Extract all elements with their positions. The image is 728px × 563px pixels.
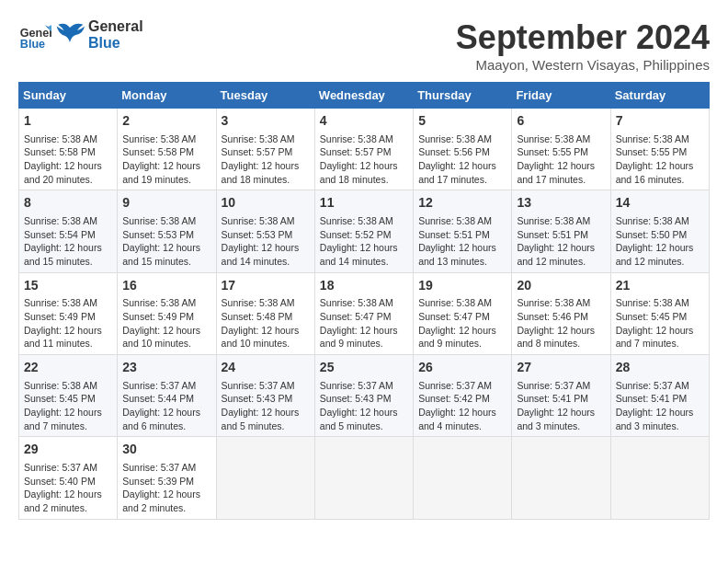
daylight-text: Daylight: 12 hours and 5 minutes.	[320, 407, 398, 431]
sunrise-text: Sunrise: 5:38 AM	[320, 297, 393, 308]
calendar-week-2: 8Sunrise: 5:38 AMSunset: 5:54 PMDaylight…	[19, 190, 710, 272]
column-header-monday: Monday	[118, 83, 216, 109]
calendar-day-27: 27Sunrise: 5:37 AMSunset: 5:41 PMDayligh…	[512, 355, 610, 437]
day-number: 1	[24, 112, 112, 131]
calendar-week-5: 29Sunrise: 5:37 AMSunset: 5:40 PMDayligh…	[19, 437, 710, 519]
day-number: 7	[616, 112, 704, 131]
daylight-text: Daylight: 12 hours and 12 minutes.	[616, 242, 694, 267]
daylight-text: Daylight: 12 hours and 11 minutes.	[24, 325, 102, 350]
sunset-text: Sunset: 5:58 PM	[122, 146, 194, 157]
sunrise-text: Sunrise: 5:38 AM	[222, 215, 295, 226]
sunrise-text: Sunrise: 5:37 AM	[24, 462, 97, 473]
calendar-day-14: 14Sunrise: 5:38 AMSunset: 5:50 PMDayligh…	[610, 190, 709, 272]
sunrise-text: Sunrise: 5:38 AM	[616, 215, 689, 226]
calendar-day-28: 28Sunrise: 5:37 AMSunset: 5:41 PMDayligh…	[610, 355, 709, 437]
sunset-text: Sunset: 5:57 PM	[222, 146, 293, 157]
calendar-day-25: 25Sunrise: 5:37 AMSunset: 5:43 PMDayligh…	[314, 355, 413, 437]
sunset-text: Sunset: 5:52 PM	[320, 229, 392, 240]
page-header: General Blue General Blue September 2024…	[18, 18, 710, 73]
sunset-text: Sunset: 5:45 PM	[24, 393, 96, 404]
empty-cell	[314, 437, 413, 519]
day-number: 13	[517, 194, 605, 213]
sunset-text: Sunset: 5:44 PM	[122, 393, 194, 404]
sunrise-text: Sunrise: 5:38 AM	[616, 297, 689, 308]
calendar-day-16: 16Sunrise: 5:38 AMSunset: 5:49 PMDayligh…	[118, 272, 216, 354]
sunrise-text: Sunrise: 5:38 AM	[24, 297, 97, 308]
calendar-day-22: 22Sunrise: 5:38 AMSunset: 5:45 PMDayligh…	[19, 355, 118, 437]
calendar-day-12: 12Sunrise: 5:38 AMSunset: 5:51 PMDayligh…	[414, 190, 512, 272]
calendar-day-10: 10Sunrise: 5:38 AMSunset: 5:53 PMDayligh…	[216, 190, 314, 272]
sunset-text: Sunset: 5:49 PM	[122, 311, 194, 322]
calendar-day-29: 29Sunrise: 5:37 AMSunset: 5:40 PMDayligh…	[19, 437, 118, 519]
sunset-text: Sunset: 5:57 PM	[320, 146, 392, 157]
logo: General Blue General Blue	[18, 18, 143, 52]
sunset-text: Sunset: 5:47 PM	[320, 311, 392, 322]
sunrise-text: Sunrise: 5:38 AM	[24, 380, 97, 391]
day-number: 19	[418, 277, 506, 295]
sunset-text: Sunset: 5:43 PM	[320, 393, 392, 404]
empty-cell	[610, 437, 709, 519]
sunrise-text: Sunrise: 5:38 AM	[24, 215, 97, 226]
daylight-text: Daylight: 12 hours and 2 minutes.	[24, 488, 102, 513]
daylight-text: Daylight: 12 hours and 5 minutes.	[222, 407, 300, 431]
column-header-wednesday: Wednesday	[314, 83, 413, 109]
daylight-text: Daylight: 12 hours and 17 minutes.	[418, 160, 496, 185]
day-number: 15	[24, 277, 112, 295]
day-number: 24	[222, 359, 310, 377]
calendar-day-23: 23Sunrise: 5:37 AMSunset: 5:44 PMDayligh…	[118, 355, 216, 437]
calendar-day-26: 26Sunrise: 5:37 AMSunset: 5:42 PMDayligh…	[414, 355, 512, 437]
sunrise-text: Sunrise: 5:38 AM	[320, 215, 393, 226]
day-number: 25	[320, 359, 408, 377]
calendar-day-21: 21Sunrise: 5:38 AMSunset: 5:45 PMDayligh…	[610, 272, 709, 354]
sunset-text: Sunset: 5:54 PM	[24, 229, 96, 240]
month-title: September 2024	[456, 18, 710, 57]
day-number: 10	[222, 194, 310, 213]
day-number: 11	[320, 194, 408, 213]
sunset-text: Sunset: 5:41 PM	[616, 393, 688, 404]
sunrise-text: Sunrise: 5:38 AM	[122, 215, 196, 226]
sunrise-text: Sunrise: 5:38 AM	[418, 215, 492, 226]
day-number: 20	[517, 277, 605, 295]
day-number: 26	[418, 359, 506, 377]
calendar-day-30: 30Sunrise: 5:37 AMSunset: 5:39 PMDayligh…	[118, 437, 216, 519]
empty-cell	[512, 437, 610, 519]
day-number: 8	[24, 194, 112, 213]
column-header-friday: Friday	[512, 83, 610, 109]
calendar-day-18: 18Sunrise: 5:38 AMSunset: 5:47 PMDayligh…	[314, 272, 413, 354]
sunset-text: Sunset: 5:51 PM	[517, 229, 588, 240]
daylight-text: Daylight: 12 hours and 7 minutes.	[616, 325, 694, 350]
day-number: 16	[122, 277, 210, 295]
day-number: 14	[616, 194, 704, 213]
column-header-thursday: Thursday	[414, 83, 512, 109]
sunset-text: Sunset: 5:39 PM	[122, 476, 194, 487]
sunset-text: Sunset: 5:41 PM	[517, 393, 588, 404]
day-number: 27	[517, 359, 605, 377]
daylight-text: Daylight: 12 hours and 16 minutes.	[616, 160, 694, 185]
daylight-text: Daylight: 12 hours and 7 minutes.	[24, 407, 102, 431]
calendar-day-8: 8Sunrise: 5:38 AMSunset: 5:54 PMDaylight…	[19, 190, 118, 272]
sunset-text: Sunset: 5:49 PM	[24, 311, 96, 322]
day-number: 17	[222, 277, 310, 295]
daylight-text: Daylight: 12 hours and 12 minutes.	[517, 242, 595, 267]
sunset-text: Sunset: 5:43 PM	[222, 393, 293, 404]
sunrise-text: Sunrise: 5:38 AM	[222, 133, 295, 144]
column-header-tuesday: Tuesday	[216, 83, 314, 109]
daylight-text: Daylight: 12 hours and 15 minutes.	[24, 242, 102, 267]
calendar-day-19: 19Sunrise: 5:38 AMSunset: 5:47 PMDayligh…	[414, 272, 512, 354]
day-number: 4	[320, 112, 408, 131]
day-number: 12	[418, 194, 506, 213]
daylight-text: Daylight: 12 hours and 6 minutes.	[122, 407, 200, 431]
sunset-text: Sunset: 5:58 PM	[24, 146, 96, 157]
calendar-day-1: 1Sunrise: 5:38 AMSunset: 5:58 PMDaylight…	[19, 109, 118, 190]
sunrise-text: Sunrise: 5:38 AM	[517, 215, 590, 226]
sunset-text: Sunset: 5:47 PM	[418, 311, 490, 322]
daylight-text: Daylight: 12 hours and 18 minutes.	[320, 160, 398, 185]
sunrise-text: Sunrise: 5:38 AM	[418, 297, 492, 308]
sunset-text: Sunset: 5:40 PM	[24, 476, 96, 487]
sunrise-text: Sunrise: 5:37 AM	[122, 380, 196, 391]
calendar-day-15: 15Sunrise: 5:38 AMSunset: 5:49 PMDayligh…	[19, 272, 118, 354]
day-number: 28	[616, 359, 704, 377]
calendar-table: SundayMondayTuesdayWednesdayThursdayFrid…	[18, 82, 710, 520]
day-number: 6	[517, 112, 605, 131]
day-number: 21	[616, 277, 704, 295]
